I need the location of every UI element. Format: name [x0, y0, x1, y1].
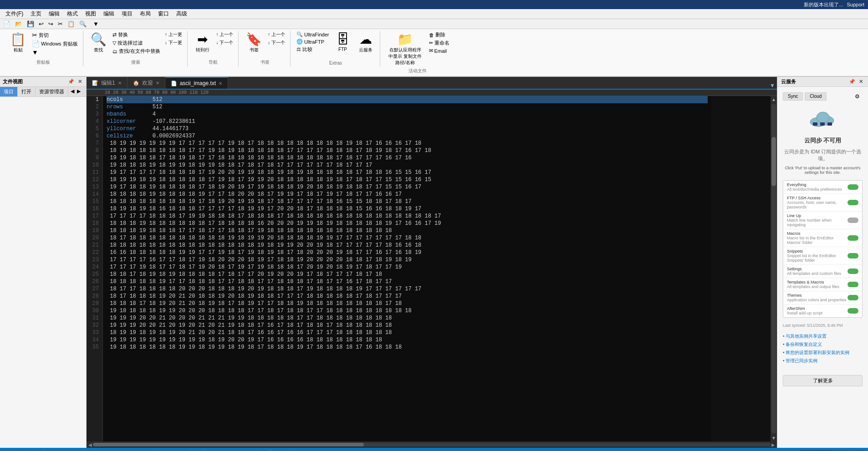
cloud-setting-everything[interactable]: EverythingAll text/doc/media preferences — [783, 181, 862, 194]
cloud-setting-themes[interactable]: ThemesApplication colors and properties — [783, 291, 862, 304]
scroll-thumb[interactable] — [771, 137, 776, 187]
cloud-setting-lineup[interactable]: Line UpMatch line number when navigating — [783, 212, 862, 229]
toggle-aftershim[interactable] — [848, 308, 858, 314]
delete-btn[interactable]: 🗑 删除 — [428, 31, 451, 39]
bookmark-btn[interactable]: 🔖 书签 — [243, 31, 265, 54]
toggle-themes[interactable] — [848, 295, 858, 300]
support-link[interactable]: Support — [847, 2, 864, 7]
copy-btn[interactable]: 📋 — [66, 20, 76, 28]
show-in-explorer-btn[interactable]: 📁 在默认应用程序中显示 复制文件路径/名称 — [385, 31, 426, 67]
undo-btn[interactable]: ↩ — [37, 20, 45, 28]
menu-view[interactable]: 视图 — [82, 9, 100, 19]
prev-match-btn[interactable]: ↑ 上一更 — [163, 31, 184, 38]
cloud-panel-close-btn[interactable]: ✕ — [858, 78, 864, 85]
open-file-btn[interactable]: 📂 — [14, 20, 24, 28]
ultrafinder-btn[interactable]: 🔍 UltraFinder — [295, 31, 330, 38]
menu-layout[interactable]: 布局 — [136, 9, 154, 19]
next-match-btn[interactable]: ↓ 下一更 — [163, 39, 184, 46]
next-ribbon-btn[interactable]: ▼ — [31, 48, 79, 56]
sidebar-close-btn[interactable]: ✕ — [77, 78, 83, 85]
menu-file[interactable]: 文件(F) — [2, 9, 27, 19]
redo-btn[interactable]: ↪ — [47, 20, 55, 28]
cloud-setting-snippets[interactable]: SnippetsSnippet list in the EmEditor Sni… — [783, 247, 862, 265]
menu-format[interactable]: 格式 — [63, 9, 82, 19]
cloud-settings-btn[interactable]: ⚙ — [852, 92, 863, 101]
status-filesize[interactable]: 文件大小：4198548/2058 (比特/行) — [273, 448, 357, 451]
prev-bm-btn[interactable]: ↑ 上一个 — [266, 31, 286, 38]
prev-line-btn[interactable]: ↑ 上一个 — [215, 31, 235, 38]
tab-overflow-btn[interactable]: ▼ — [768, 82, 777, 89]
goto-btn[interactable]: ➡ 转到行 — [192, 31, 213, 54]
toggle-templates[interactable] — [848, 282, 858, 287]
minimap[interactable] — [711, 96, 771, 441]
cloud-btn[interactable]: ☁ 云服务 — [355, 31, 376, 54]
ftp-btn[interactable]: 🗄 FTP — [332, 31, 353, 53]
toggle-macros[interactable] — [848, 235, 858, 241]
toggle-settings[interactable] — [848, 269, 858, 274]
rename-btn[interactable]: ✏ 重命名 — [428, 39, 451, 47]
link-deploy[interactable]: 将您的设置部署到新安装的实例 — [783, 350, 863, 356]
tab-welcome[interactable]: 🏠 欢迎 ✕ — [128, 77, 165, 89]
menu-advanced[interactable]: 高级 — [173, 9, 191, 19]
cloud-setting-ftp[interactable]: FTP / SSH AccessAccounts, host, user nam… — [783, 194, 862, 212]
tab-ascii-image[interactable]: 📄 ascii_image.txt ✕ — [165, 77, 228, 89]
hscroll-thumb[interactable] — [93, 443, 364, 446]
horizontal-scrollbar[interactable]: ◀ ▶ — [87, 441, 777, 448]
hscroll-left-btn[interactable]: ◀ — [87, 442, 93, 447]
sidebar-nav-prev[interactable]: ◀ — [69, 87, 76, 96]
cloud-tab[interactable]: Cloud — [805, 92, 827, 101]
code-area[interactable]: ncols 512nrows 512nbands 4xllcorner -107… — [103, 96, 711, 441]
ultraftp-btn[interactable]: 🌐 UltraFTP — [295, 38, 330, 45]
scroll-down-btn[interactable]: ▼ — [771, 435, 777, 441]
sidebar-tab-explorer[interactable]: 资源管理器 — [36, 87, 68, 96]
next-bm-btn[interactable]: ↓ 下一个 — [266, 39, 286, 46]
find-button[interactable]: 🔍 查找 — [88, 31, 109, 54]
scroll-track[interactable] — [771, 104, 776, 434]
sidebar-tab-project[interactable]: 项目 — [0, 87, 18, 96]
customize-qa-btn[interactable]: ▼ — [92, 20, 100, 28]
menu-window[interactable]: 窗口 — [154, 9, 173, 19]
sidebar-tab-open[interactable]: 打开 — [18, 87, 36, 96]
find-in-files-btn[interactable]: 🗂 查找/在文件中替换 — [111, 47, 162, 55]
replace-btn[interactable]: ⇄ 替换 — [111, 31, 162, 39]
cloud-setting-aftershim[interactable]: AfterShimInstall add-up script — [783, 304, 862, 317]
toggle-everything[interactable] — [848, 184, 858, 190]
hscroll-right-btn[interactable]: ▶ — [771, 442, 776, 447]
status-help[interactable]: 按 F1 获取帮助 — [4, 448, 43, 451]
cut-btn[interactable]: ✂ — [56, 20, 64, 28]
new-file-btn[interactable]: 📄 — [2, 20, 12, 28]
status-modified[interactable]: 修改：2018/8/31 14:43:19 — [205, 448, 269, 451]
status-encoding[interactable]: DOS 936 (ANSI/OEM - 简体中文 GBK) ▼ 不高亮 — [87, 448, 201, 451]
cloud-setting-templates[interactable]: Templates & MacrosAll templates and outp… — [783, 278, 862, 291]
vertical-scrollbar[interactable]: ▲ ▼ — [771, 96, 777, 441]
compare-btn[interactable]: ⚖ 比较 — [295, 46, 330, 53]
sync-tab[interactable]: Sync — [783, 92, 803, 101]
cut-ribbon-btn[interactable]: ✂ 剪切 — [31, 31, 79, 39]
scroll-up-btn[interactable]: ▲ — [771, 96, 777, 103]
sidebar-nav-next[interactable]: ▶ — [76, 87, 82, 96]
save-btn[interactable]: 💾 — [26, 20, 36, 28]
menu-home[interactable]: 主页 — [27, 9, 45, 19]
toggle-ftp[interactable] — [848, 200, 858, 205]
menu-code[interactable]: 编辑 — [100, 9, 118, 19]
tab-editor1-close[interactable]: ✕ — [118, 81, 122, 86]
tab-editor1[interactable]: 📝 编辑1 ✕ — [87, 77, 128, 89]
toggle-lineup[interactable] — [848, 218, 858, 223]
toggle-snippets[interactable] — [848, 253, 858, 258]
cloud-setting-macros[interactable]: MacrosMacro list in the EmEditor Macros'… — [783, 229, 862, 247]
copy-ribbon-btn[interactable]: 📄 Windows 剪贴板 — [31, 40, 79, 48]
find-quick-btn[interactable]: 🔍 — [78, 20, 88, 28]
paste-button[interactable]: 📋 粘贴 — [7, 31, 29, 54]
learn-more-btn[interactable]: 了解更多 — [783, 375, 863, 386]
cloud-setting-settings[interactable]: SettingsAll templates and custom files — [783, 265, 862, 278]
link-share[interactable]: 与其他实例共享设置 — [783, 333, 863, 340]
link-manage[interactable]: 管理已同步实例 — [783, 358, 863, 364]
sidebar-pin-btn[interactable]: 📌 — [66, 78, 76, 85]
tab-welcome-close[interactable]: ✕ — [156, 81, 159, 86]
tab-ascii-close[interactable]: ✕ — [219, 81, 222, 86]
next-line-btn[interactable]: ↓ 下一个 — [215, 39, 235, 46]
email-btn[interactable]: ✉ Email — [428, 47, 451, 54]
link-backup[interactable]: 备份和恢复自定义 — [783, 341, 863, 348]
filter-btn[interactable]: ▽ 按选择过滤 — [111, 39, 162, 47]
menu-project[interactable]: 项目 — [118, 9, 136, 19]
